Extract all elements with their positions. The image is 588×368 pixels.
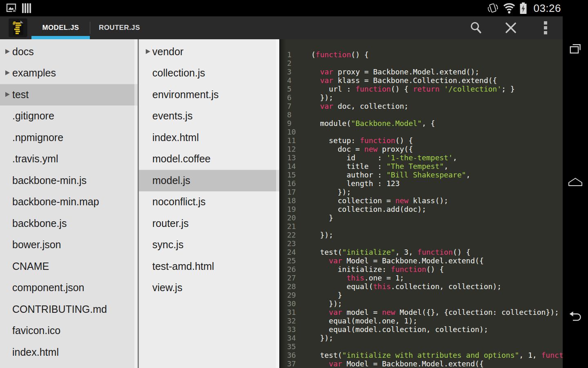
overflow-menu-button[interactable] — [528, 16, 563, 39]
line-number: 6 — [280, 93, 311, 102]
file-name-label: collection.js — [152, 67, 205, 79]
code-text: var klass = Backbone.Collection.extend({ — [311, 76, 497, 85]
file-name-label: .gitignore — [12, 110, 54, 122]
code-line: 5 url : function() { return '/collection… — [280, 85, 563, 93]
file-row[interactable]: .npmignore — [0, 127, 138, 148]
file-row[interactable]: router.js — [139, 213, 279, 234]
code-line: 6 }); — [280, 93, 563, 102]
code-text: }); — [311, 188, 351, 196]
file-row[interactable]: environment.js — [139, 84, 279, 105]
folder-row[interactable]: examples — [0, 63, 138, 84]
code-line: 22 }); — [280, 231, 563, 239]
line-number: 3 — [280, 67, 311, 76]
file-name-label: backbone-min.map — [12, 196, 99, 208]
code-text: collection.add(doc); — [311, 205, 426, 213]
line-number: 8 — [280, 110, 311, 119]
code-text: } — [311, 291, 342, 299]
folder-contents-panel[interactable]: vendor collection.js environment.js even… — [139, 39, 280, 368]
file-row[interactable]: .travis.yml — [0, 148, 138, 170]
line-number: 35 — [280, 342, 311, 351]
file-tree-panel[interactable]: docs examples test .gitignore .npmignore… — [0, 39, 139, 368]
file-row[interactable]: favicon.ico — [0, 320, 138, 342]
close-button[interactable] — [493, 16, 528, 39]
file-name-label: test — [12, 89, 29, 101]
navigation-bar — [563, 16, 588, 368]
folder-expand-icon — [5, 70, 10, 75]
line-number: 32 — [280, 316, 311, 325]
code-text: collection = new klass(); — [311, 196, 448, 205]
folder-expand-icon — [146, 49, 150, 54]
line-number: 24 — [280, 248, 311, 256]
code-line: 30 }); — [280, 299, 563, 308]
file-row[interactable]: sync.js — [139, 234, 279, 256]
line-number: 34 — [280, 334, 311, 342]
line-number: 26 — [280, 265, 311, 274]
line-number: 13 — [280, 153, 311, 162]
file-row[interactable]: backbone.js — [0, 213, 138, 234]
code-line: 18 collection = new klass(); — [280, 196, 563, 205]
file-row[interactable]: backbone-min.map — [0, 191, 138, 213]
file-row[interactable]: index.html — [0, 341, 138, 363]
file-name-label: events.js — [152, 110, 193, 122]
file-name-label: router.js — [152, 218, 189, 229]
folder-row[interactable]: docs — [0, 41, 138, 63]
file-row[interactable]: collection.js — [139, 63, 279, 84]
line-number: 29 — [280, 291, 311, 299]
code-line: 35 — [280, 342, 563, 351]
code-text: equal(this.collection, collection); — [311, 282, 501, 291]
vibrate-icon — [487, 2, 499, 14]
code-line: 29 } — [280, 291, 563, 299]
folder-row[interactable]: test — [0, 84, 138, 105]
app-icon[interactable]: # — [9, 18, 27, 37]
status-bar: 03:26 — [0, 0, 588, 16]
line-number: 23 — [280, 239, 311, 248]
code-line: 26 initialize: function() { — [280, 265, 563, 274]
file-name-label: vendor — [152, 46, 183, 58]
search-button[interactable] — [459, 16, 493, 39]
tab-router-js[interactable]: ROUTER.JS — [90, 16, 149, 39]
file-name-label: .npmignore — [12, 132, 63, 144]
close-icon — [504, 21, 517, 34]
file-name-label: component.json — [12, 282, 85, 294]
code-editor[interactable]: 1(function() {23 var proxy = Backbone.Mo… — [280, 39, 563, 368]
back-button[interactable] — [567, 309, 584, 325]
code-text: } — [311, 213, 333, 222]
file-name-label: environment.js — [152, 89, 219, 101]
code-text: (function() { — [311, 50, 369, 59]
file-row[interactable]: view.js — [139, 277, 279, 299]
recent-apps-button[interactable] — [567, 41, 584, 57]
file-row[interactable]: CONTRIBUTING.md — [0, 298, 138, 320]
folder-row[interactable]: vendor — [139, 41, 279, 63]
code-line: 36 test("initialize with attributes and … — [280, 351, 563, 359]
file-row[interactable]: CNAME — [0, 256, 138, 277]
code-line: 31 var model = new Model({}, {collection… — [280, 308, 563, 316]
svg-text:#: # — [13, 20, 16, 26]
back-icon — [568, 311, 583, 323]
file-row[interactable]: test-amd.html — [139, 256, 279, 277]
code-line: 8 — [280, 110, 563, 119]
folder-expand-icon — [5, 92, 10, 97]
line-number: 4 — [280, 76, 311, 85]
file-row[interactable]: bower.json — [0, 234, 138, 256]
file-row[interactable]: model.js — [139, 170, 279, 191]
file-row[interactable]: model.coffee — [139, 148, 279, 170]
code-text: equal(model.collection, collection); — [311, 325, 488, 334]
file-row[interactable]: index.html — [139, 127, 279, 148]
line-number: 28 — [280, 282, 311, 291]
tab-model-js[interactable]: MODEL.JS — [31, 16, 90, 39]
file-row[interactable]: noconflict.js — [139, 191, 279, 213]
file-row[interactable]: backbone-min.js — [0, 170, 138, 191]
home-button[interactable] — [567, 174, 584, 190]
code-text: var Model = Backbone.Model.extend({ — [311, 359, 484, 368]
file-row[interactable]: .gitignore — [0, 105, 138, 127]
line-number: 7 — [280, 102, 311, 110]
code-line: 28 equal(this.collection, collection); — [280, 282, 563, 291]
code-line: 15 author : "Bill Shakespeare", — [280, 171, 563, 179]
file-row[interactable]: events.js — [139, 105, 279, 127]
file-name-label: view.js — [152, 282, 183, 294]
file-name-label: noconflict.js — [152, 196, 206, 208]
line-number: 14 — [280, 162, 311, 171]
file-name-label: favicon.ico — [12, 325, 60, 337]
file-row[interactable]: component.json — [0, 277, 138, 299]
code-text: initialize: function() { — [311, 265, 444, 274]
